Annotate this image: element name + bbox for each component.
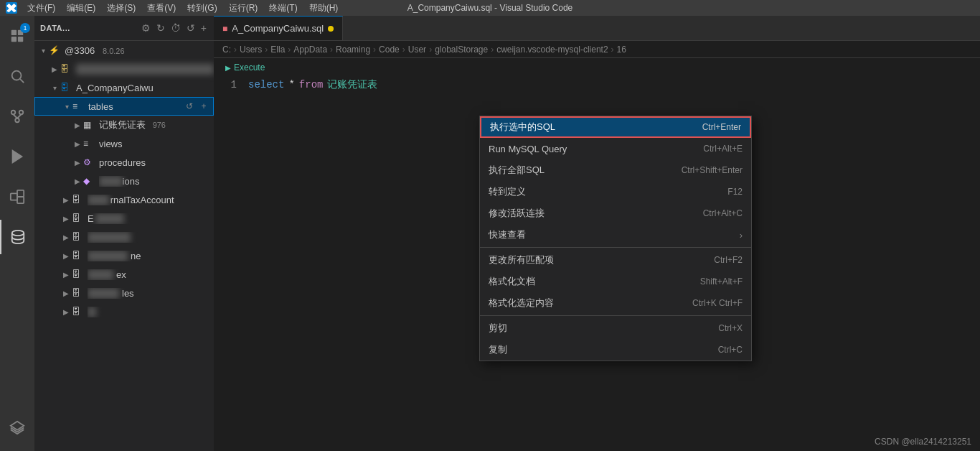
server-expand-arrow: ▾ [37, 47, 49, 55]
sidebar-title: DATA... [40, 24, 70, 32]
keyword-select: select [248, 77, 284, 93]
tables-add-btn[interactable]: + [197, 100, 210, 113]
svg-rect-3 [18, 37, 23, 42]
history-icon[interactable]: ⏱ [169, 21, 182, 35]
breadcrumb-globalstorage: globalStorage [435, 45, 488, 55]
menu-modify-conn-label: 修改活跃连接 [489, 207, 545, 220]
refresh-icon[interactable]: ↻ [155, 21, 166, 35]
main-container: 1 DATA... ⚙ ↻ ⏱ ↺ [0, 16, 980, 451]
add-icon[interactable]: + [199, 21, 208, 35]
activity-run[interactable] [0, 139, 34, 174]
editor-content: ▶ Execute 1 select * from 记账凭证表 [214, 58, 980, 451]
menu-replace-all-label: 更改所有匹配项 [489, 254, 554, 266]
blurred-t5-label: ex [88, 269, 214, 280]
tree-views-node[interactable]: ▶ ≡ views [34, 134, 214, 153]
menu-modify-conn[interactable]: 修改活跃连接 Ctrl+Alt+C [480, 203, 751, 224]
menu-run-mysql[interactable]: Run MySQL Query Ctrl+Alt+E [480, 138, 751, 159]
menu-select[interactable]: 选择(S) [103, 2, 140, 14]
tree-blurred-table1[interactable]: ▶ 🗄 InternalTaxAccount [34, 190, 214, 209]
tree-functions-node[interactable]: ▶ ◆ funcions [34, 172, 214, 190]
menu-replace-all[interactable]: 更改所有匹配项 Ctrl+F2 [480, 249, 751, 271]
menu-terminal[interactable]: 终端(T) [265, 2, 301, 14]
menu-execute-sql[interactable]: 执行选中的SQL Ctrl+Enter [480, 116, 751, 138]
menu-execute-all-label: 执行全部SQL [489, 164, 545, 177]
tree-blurred-table7[interactable]: ▶ 🗄 [34, 302, 214, 321]
menu-execute-sql-shortcut: Ctrl+Enter [702, 122, 741, 132]
activity-search[interactable] [0, 59, 34, 93]
views-icon: ≡ [83, 139, 96, 149]
tree-server-node[interactable]: ▾ ⚡ @3306 8.0.26 [34, 41, 214, 60]
menu-run-mysql-label: Run MySQL Query [489, 144, 567, 154]
tree-jzpzb-node[interactable]: ▶ ▦ 记账凭证表 976 [34, 116, 214, 134]
server-icon: ⚡ [49, 45, 62, 55]
tables-expand-arrow: ▾ [61, 103, 72, 111]
svg-rect-2 [11, 37, 17, 42]
keyword-from: from [299, 77, 324, 93]
svg-rect-13 [17, 190, 24, 197]
blurred-t2-arrow: ▶ [60, 215, 72, 223]
menu-bar: 文件(F) 编辑(E) 选择(S) 查看(V) 转到(G) 运行(R) 终端(T… [23, 2, 342, 14]
activity-explorer[interactable]: 1 [0, 19, 34, 53]
jzpzb-label: 记账凭证表 976 [99, 118, 214, 131]
menu-replace-all-shortcut: Ctrl+F2 [714, 255, 743, 265]
blurred-t5-arrow: ▶ [60, 271, 72, 279]
reload-icon[interactable]: ↺ [185, 21, 197, 35]
tree-blurred-table6[interactable]: ▶ 🗄 les [34, 284, 214, 302]
menu-run[interactable]: 运行(R) [225, 2, 263, 14]
activity-scm[interactable] [0, 99, 34, 134]
execute-button[interactable]: ▶ Execute [225, 62, 265, 73]
blurred-t2-label: E [88, 213, 214, 224]
tree-db-node[interactable]: ▾ 🗄 A_CompanyCaiwu [34, 78, 214, 97]
menu-goto-def-label: 转到定义 [489, 185, 526, 198]
code-star: * [288, 77, 294, 93]
menu-goto[interactable]: 转到(G) [183, 2, 221, 14]
tree-blurred-table3[interactable]: ▶ 🗄 [34, 228, 214, 246]
svg-marker-11 [13, 151, 22, 163]
menu-file[interactable]: 文件(F) [23, 2, 60, 14]
tab-modified-dot [328, 26, 334, 32]
editor-tab[interactable]: ■ A_CompanyCaiwu.sql [214, 16, 343, 40]
activity-bar: 1 [0, 16, 34, 451]
menu-format-doc-shortcut: Shift+Alt+F [700, 276, 743, 287]
procedures-arrow: ▶ [72, 159, 83, 167]
menu-format-sel[interactable]: 格式化选定内容 Ctrl+K Ctrl+F [480, 292, 751, 314]
sql-file-icon: ■ [222, 24, 227, 34]
breadcrumb-extension: cweijan.vscode-mysql-client2 [496, 45, 608, 55]
tree-tables-node[interactable]: ▾ ≡ tables ↺ + [34, 97, 214, 116]
menu-modify-conn-shortcut: Ctrl+Alt+C [703, 208, 743, 218]
views-arrow: ▶ [72, 140, 83, 148]
menu-copy-shortcut: Ctrl+C [718, 345, 743, 355]
table-icon: ▦ [83, 120, 96, 130]
menu-quick-look[interactable]: 快速查看 › [480, 224, 751, 246]
blurred-t2-icon: 🗄 [72, 213, 85, 223]
tables-refresh-btn[interactable]: ↺ [183, 100, 196, 113]
menu-help[interactable]: 帮助(H) [305, 2, 343, 14]
svg-rect-12 [11, 193, 17, 200]
tree-blurred-table2[interactable]: ▶ 🗄 E [34, 209, 214, 228]
menu-edit[interactable]: 编辑(E) [62, 2, 100, 14]
menu-view[interactable]: 查看(V) [143, 2, 180, 14]
menu-copy[interactable]: 复制 Ctrl+C [480, 339, 751, 361]
menu-cut[interactable]: 剪切 Ctrl+X [480, 317, 751, 339]
settings-icon[interactable]: ⚙ [140, 21, 152, 35]
execute-play-icon: ▶ [225, 64, 231, 72]
menu-goto-def[interactable]: 转到定义 F12 [480, 181, 751, 203]
blurred-db-label: ████████████ [76, 64, 214, 75]
activity-layers[interactable] [0, 411, 34, 445]
menu-execute-all[interactable]: 执行全部SQL Ctrl+Shift+Enter [480, 159, 751, 181]
svg-point-4 [12, 71, 22, 80]
tree-procedures-node[interactable]: ▶ ⚙ procedures [34, 153, 214, 172]
notification-badge: 1 [20, 23, 30, 33]
menu-cut-shortcut: Ctrl+X [718, 323, 743, 333]
tree-blurred-table5[interactable]: ▶ 🗄 ex [34, 265, 214, 284]
activity-database[interactable] [0, 220, 34, 254]
blurred-t6-icon: 🗄 [72, 288, 85, 298]
activity-extensions[interactable] [0, 180, 34, 214]
tab-label: A_CompanyCaiwu.sql [232, 23, 324, 34]
server-label: @3306 8.0.26 [65, 45, 214, 56]
svg-point-6 [11, 111, 16, 115]
menu-format-doc[interactable]: 格式化文档 Shift+Alt+F [480, 271, 751, 292]
tree-blurred-table4[interactable]: ▶ 🗄 ne [34, 246, 214, 265]
editor-area: ■ A_CompanyCaiwu.sql C: › Users › Ella ›… [214, 16, 980, 451]
tree-blurred-db[interactable]: ▶ 🗄 ████████████ [34, 60, 214, 78]
